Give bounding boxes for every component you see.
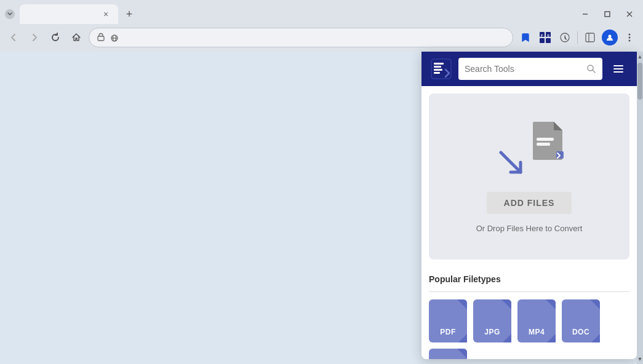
minimize-button[interactable] — [577, 6, 594, 23]
new-tab-button[interactable]: + — [121, 6, 138, 23]
filetype-pdf[interactable]: PDF — [429, 299, 467, 342]
drop-zone[interactable]: ADD FILES Or Drop Files Here to Convert — [429, 93, 629, 259]
svg-rect-1 — [605, 12, 610, 17]
panel-header — [421, 52, 637, 86]
svg-point-17 — [629, 34, 631, 36]
sidebar-button[interactable] — [581, 29, 599, 46]
svg-rect-21 — [434, 63, 444, 65]
page-content: ADD FILES Or Drop Files Here to Convert … — [0, 52, 643, 364]
popular-filetypes-section: Popular Filetypes PDF JPG MP4 DOC — [429, 269, 629, 359]
address-text — [110, 33, 505, 42]
refresh-button[interactable] — [47, 29, 64, 46]
filetype-grid: PDF JPG MP4 DOC ZIP — [429, 299, 629, 359]
filetype-zip[interactable]: ZIP — [429, 349, 467, 359]
panel-logo — [430, 58, 452, 80]
filetype-jpg[interactable]: JPG — [473, 299, 511, 342]
filetype-mp4[interactable]: MP4 — [517, 299, 556, 342]
svg-line-30 — [501, 152, 521, 172]
panel-menu-button[interactable] — [609, 59, 628, 79]
back-button[interactable] — [5, 29, 22, 46]
bookmark-button[interactable] — [517, 29, 534, 46]
filetype-doc-label: DOC — [572, 328, 589, 336]
tab-list-button[interactable] — [5, 9, 15, 19]
popular-filetypes-divider — [429, 291, 629, 292]
svg-rect-11 — [546, 38, 551, 43]
svg-rect-22 — [434, 66, 441, 68]
security-icon — [97, 33, 105, 43]
maximize-button[interactable] — [599, 6, 616, 23]
svg-rect-31 — [537, 138, 554, 141]
file-icon — [530, 121, 566, 164]
forward-button[interactable] — [26, 29, 43, 46]
panel-body: ADD FILES Or Drop Files Here to Convert … — [421, 86, 637, 359]
filetype-mp4-label: MP4 — [529, 328, 545, 336]
extension2-button[interactable] — [556, 29, 573, 46]
svg-point-19 — [629, 40, 631, 42]
filetype-jpg-label: JPG — [484, 328, 500, 336]
close-button[interactable] — [621, 6, 638, 23]
extension-panel: ADD FILES Or Drop Files Here to Convert … — [421, 52, 637, 359]
svg-rect-23 — [434, 69, 442, 71]
svg-point-16 — [609, 35, 612, 38]
scroll-thumb[interactable] — [637, 63, 642, 100]
tab-close-button[interactable]: × — [101, 9, 111, 19]
scroll-up-arrow[interactable]: ▲ — [637, 52, 643, 61]
svg-text:F: F — [541, 34, 543, 38]
drop-hint: Or Drop Files Here to Convert — [476, 224, 583, 233]
filetype-pdf-label: PDF — [440, 328, 456, 336]
svg-rect-4 — [98, 36, 104, 41]
scrollbar[interactable]: ▲ ▼ — [637, 52, 643, 364]
svg-text:S: S — [547, 34, 549, 38]
svg-rect-10 — [540, 38, 545, 43]
search-bar[interactable] — [458, 58, 602, 80]
drop-zone-icon-area — [492, 121, 566, 182]
toolbar-divider — [577, 31, 578, 44]
extension1-button[interactable]: F S — [537, 29, 554, 46]
address-bar[interactable] — [89, 28, 513, 47]
scroll-down-arrow[interactable]: ▼ — [637, 354, 643, 364]
filetype-doc[interactable]: DOC — [562, 299, 600, 342]
profile-button[interactable] — [601, 29, 618, 46]
svg-rect-24 — [434, 72, 440, 74]
home-button[interactable] — [68, 29, 85, 46]
search-icon — [586, 64, 596, 74]
browser-tab[interactable]: × — [20, 4, 118, 24]
search-input[interactable] — [465, 64, 581, 74]
popular-filetypes-title: Popular Filetypes — [429, 274, 629, 284]
add-files-button[interactable]: ADD FILES — [487, 192, 572, 214]
chrome-menu-button[interactable] — [621, 29, 638, 46]
svg-line-26 — [593, 70, 595, 73]
svg-point-18 — [629, 37, 631, 39]
svg-rect-32 — [537, 143, 550, 146]
arrow-icon — [498, 150, 528, 182]
svg-rect-14 — [586, 33, 594, 42]
profile-avatar — [602, 30, 618, 46]
